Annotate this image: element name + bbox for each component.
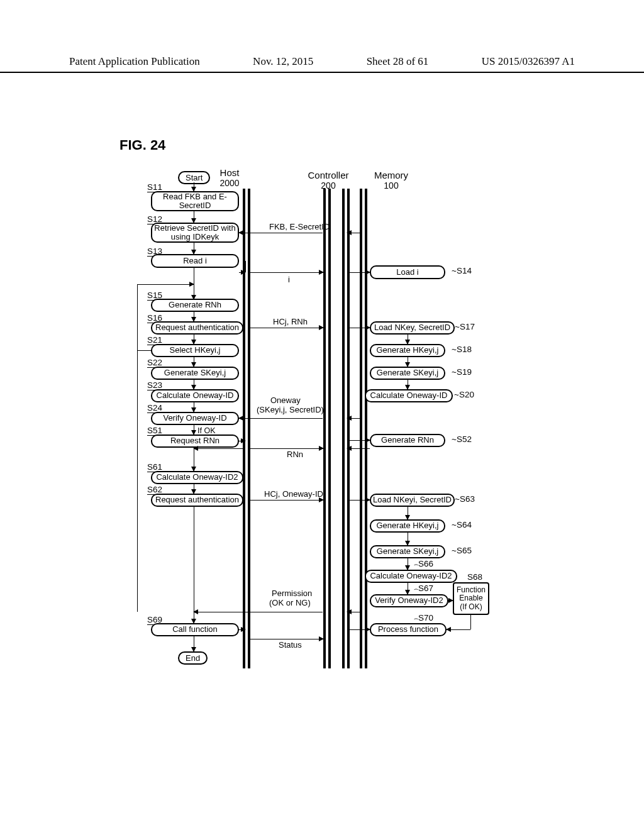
label-s66: ⌢S66 [414,559,433,568]
box-s69: Call function [151,623,239,636]
lane-host-num: 2000 [214,178,245,188]
box-s22: Generate SKeyi,j [151,367,239,380]
lane-mem-num: 100 [366,180,416,191]
msg-i: i [288,275,290,284]
msg-perm-b: (OK or NG) [269,599,311,607]
header-date: Nov. 12, 2015 [253,55,313,68]
msg-status: Status [279,641,302,650]
box-s62: Request authentication [151,494,243,507]
box-s15: Generate RNh [151,299,239,312]
box-s24: Verify Oneway-ID [151,412,239,425]
label-s18: ~S18 [452,345,472,354]
sequence-diagram: Host 2000 Controller 200 Memory 100 Star… [137,169,590,668]
label-s19: ~S19 [452,367,472,377]
box-s67: Verify Oneway-ID2 [370,594,448,607]
msg-hcj-oneway: HCj, Oneway-ID [264,490,323,499]
box-s13: Read i [151,254,239,268]
label-s70: ⌢S70 [414,613,433,622]
label-s17: ~S17 [455,322,475,331]
header-sheet: Sheet 28 of 61 [367,55,429,68]
box-s64: Generate HKeyi,j [370,519,445,533]
header-title: Patent Application Publication [69,55,200,68]
box-s16: Request authentication [151,321,243,335]
box-s20: Calculate Oneway-ID [365,389,453,402]
label-s67: ⌢S67 [414,584,433,593]
lane-mem-title: Memory [374,170,408,180]
box-s11: Read FKB and E-SecretID [151,191,239,211]
s68-l3: (If OK) [460,603,482,611]
box-s12: Retrieve SecretID with using IDKeyk [151,223,239,243]
box-s19: Generate SKeyi,j [370,367,445,380]
box-s18: Generate HKeyi,j [370,344,445,357]
box-s61: Calculate Oneway-ID2 [151,471,243,484]
box-s23: Calculate Oneway-ID [151,389,239,402]
msg-oneway-a: Oneway [270,396,301,405]
label-s14: ~S14 [452,266,472,275]
msg-perm-a: Permission [272,589,312,598]
s68-l2: Enable [459,594,482,602]
box-s68: Function Enable (If OK) [453,582,489,615]
if-ok-text: If OK [197,426,215,435]
msg-rnn: RNn [287,450,303,459]
figure-title: FIG. 24 [119,137,165,153]
label-s52: ~S52 [452,434,472,444]
box-s17: Load NKey, SecretID [370,321,455,335]
label-s64: ~S64 [452,520,472,529]
box-s21: Select HKeyi,j [151,344,239,357]
msg-oneway-b: (SKeyi,j, SecretID) [257,406,324,414]
label-s65: ~S65 [452,546,472,555]
box-s70: Process function [370,623,447,636]
msg-hcj: HCj, RNh [273,318,308,326]
box-s66: Calculate Oneway-ID2 [365,570,457,583]
label-s20: ~S20 [454,390,474,399]
msg-fkb: FKB, E-SecretID [269,223,330,231]
page-header: Patent Application Publication Nov. 12, … [0,55,644,73]
lane-ctrl-title: Controller [308,170,348,180]
label-s63: ~S63 [455,494,475,504]
box-s63: Load NKeyi, SecretID [370,494,455,507]
label-s68: S68 [467,572,482,582]
box-s52: Generate RNn [370,434,445,447]
header-pubno: US 2015/0326397 A1 [482,55,575,68]
box-s14: Load i [370,265,445,279]
box-s65: Generate SKeyi,j [370,545,445,558]
lane-ctrl-num: 200 [303,180,353,191]
end-pill: End [178,651,208,665]
lane-host-title: Host [220,167,240,178]
